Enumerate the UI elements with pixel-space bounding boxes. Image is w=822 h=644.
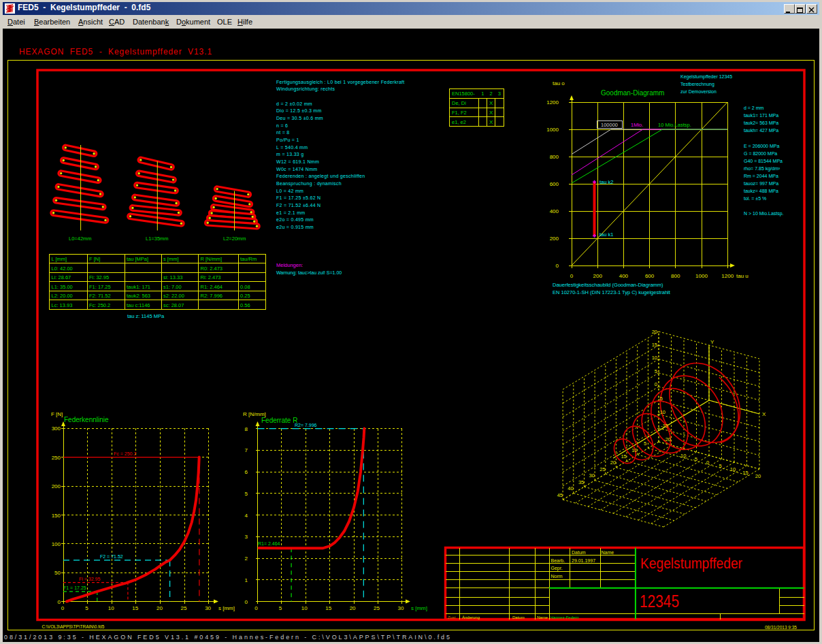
svg-text:Rm = 2044 MPa: Rm = 2044 MPa (744, 174, 778, 178)
svg-text:20: 20 (157, 605, 163, 611)
svg-text:25: 25 (374, 605, 380, 611)
svg-text:250: 250 (52, 455, 61, 461)
svg-text:1: 1 (245, 577, 248, 583)
svg-text:15: 15 (325, 605, 331, 611)
svg-text:30: 30 (589, 472, 595, 479)
svg-text:X: X (489, 110, 493, 116)
svg-text:10: 10 (108, 605, 114, 611)
svg-text:Beanspruchung : dynamisch: Beanspruchung : dynamisch (276, 181, 342, 187)
svg-text:Name: Name (537, 615, 548, 619)
svg-text:Datum: Datum (512, 615, 525, 619)
svg-text:Norm: Norm (551, 574, 563, 579)
svg-text:m = 13.33 g: m = 13.33 g (276, 152, 303, 157)
svg-text:Y: Y (710, 339, 714, 345)
svg-text:Bearb.: Bearb. (551, 558, 565, 563)
svg-text:-15: -15 (661, 423, 668, 429)
svg-text:F1: 17.25: F1: 17.25 (89, 284, 111, 290)
svg-text:s [mm]: s [mm] (411, 605, 427, 611)
svg-text:5: 5 (245, 491, 248, 497)
svg-text:e2o = 0.495 mm: e2o = 0.495 mm (276, 217, 314, 222)
svg-text:Meldungen:: Meldungen: (276, 262, 303, 268)
svg-text:n = 6: n = 6 (276, 123, 288, 128)
svg-text:EN 10270-1-SH (DIN 17223-1 Typ: EN 10270-1-SH (DIN 17223-1 Typ C) kugelg… (553, 289, 671, 295)
svg-text:10: 10 (301, 605, 308, 611)
svg-text:tauk1: 171: tauk1: 171 (127, 284, 150, 290)
svg-text:Federenden : angelegt und gesc: Federenden : angelegt und geschliffen (276, 174, 365, 179)
svg-text:200: 200 (593, 273, 603, 279)
svg-text:tau k2: tau k2 (599, 179, 613, 185)
svg-text:R0: 2.473: R0: 2.473 (201, 265, 223, 272)
svg-text:L2: 20.00: L2: 20.00 (52, 293, 73, 299)
svg-text:N > 10 Mio.Lastsp.: N > 10 Mio.Lastsp. (744, 211, 784, 216)
svg-text:si: 13.33: si: 13.33 (163, 274, 182, 280)
svg-text:1Mio.: 1Mio. (631, 122, 643, 128)
svg-text:Name: Name (602, 550, 614, 555)
svg-text:100: 100 (52, 541, 61, 547)
svg-text:Fc: 250.2: Fc: 250.2 (89, 302, 110, 308)
svg-text:0: 0 (245, 599, 248, 605)
svg-text:C:\VOL3\APPS\TP\TRAIN\0.fd5: C:\VOL3\APPS\TP\TRAIN\0.fd5 (42, 624, 105, 629)
svg-text:Dauerfestigkeitsschaubild (Goo: Dauerfestigkeitsschaubild (Goodman-Diagr… (553, 282, 663, 288)
svg-text:s1: 7.00: s1: 7.00 (163, 284, 182, 290)
svg-text:F1 = 17.25: F1 = 17.25 (63, 585, 86, 590)
svg-text:Windungsrichtung: rechts: Windungsrichtung: rechts (276, 86, 335, 92)
svg-text:tauoz= 997 MPa: tauoz= 997 MPa (744, 181, 778, 186)
svg-text:3: 3 (498, 91, 501, 97)
svg-text:L0: 42.00: L0: 42.00 (52, 265, 73, 272)
svg-text:4: 4 (245, 513, 248, 519)
svg-text:40: 40 (568, 485, 573, 492)
svg-text:taukz= 488 MPa: taukz= 488 MPa (744, 189, 778, 193)
svg-text:e2u = 0.915 mm: e2u = 0.915 mm (276, 225, 314, 229)
svg-text:25: 25 (599, 466, 605, 472)
svg-text:0.56: 0.56 (240, 302, 250, 308)
svg-text:1200: 1200 (546, 99, 559, 106)
svg-text:tau u: tau u (736, 273, 749, 279)
svg-text:2: 2 (245, 556, 248, 562)
svg-text:15: 15 (652, 342, 657, 348)
svg-text:Po/Pu = 1: Po/Pu = 1 (276, 138, 299, 142)
svg-text:tau c:1146: tau c:1146 (127, 302, 150, 308)
svg-text:Deu = 30.5 ±0.6 mm: Deu = 30.5 ±0.6 mm (276, 116, 323, 120)
svg-text:3: 3 (245, 534, 248, 540)
svg-text:0: 0 (706, 460, 709, 466)
svg-text:Ri: 2.473: Ri: 2.473 (201, 274, 221, 280)
svg-text:15: 15 (742, 470, 748, 476)
svg-text:Kegelstumpffeder 12345: Kegelstumpffeder 12345 (680, 74, 732, 80)
svg-text:-10: -10 (679, 453, 687, 459)
svg-text:sc: 28.07: sc: 28.07 (163, 302, 184, 308)
svg-text:12345: 12345 (640, 591, 679, 611)
svg-text:Kegelstumpffeder: Kegelstumpffeder (640, 555, 742, 572)
svg-text:R2: 7.996: R2: 7.996 (201, 293, 223, 299)
svg-text:5: 5 (655, 368, 657, 374)
svg-text:rho= 7.85 kg/dm³: rho= 7.85 kg/dm³ (744, 166, 780, 172)
svg-text:2: 2 (490, 91, 493, 97)
svg-text:30: 30 (397, 605, 404, 611)
svg-text:F1 = 17.25 ±5.62 N: F1 = 17.25 ±5.62 N (276, 195, 320, 200)
svg-text:tauk2: 563: tauk2: 563 (127, 293, 150, 299)
svg-text:Fi: 32.95: Fi: 32.95 (89, 274, 109, 280)
svg-text:tau k1: tau k1 (599, 231, 613, 238)
svg-text:d = 2 mm: d = 2 mm (744, 106, 764, 110)
svg-text:F [N]: F [N] (89, 256, 100, 262)
svg-text:taukh= 427 MPa: taukh= 427 MPa (744, 128, 778, 133)
svg-text:zur Demoversion: zur Demoversion (680, 89, 717, 94)
svg-text:Federkennlinie: Federkennlinie (64, 416, 109, 423)
svg-text:G = 82000 MPa: G = 82000 MPa (744, 151, 777, 156)
svg-text:Fi = 32.95: Fi = 32.95 (79, 577, 100, 581)
svg-text:Fc = 250.2: Fc = 250.2 (114, 451, 136, 456)
svg-text:600: 600 (550, 181, 559, 187)
svg-text:G40 = 81544 MPa: G40 = 81544 MPa (744, 159, 783, 163)
svg-text:Datum: Datum (572, 550, 586, 555)
svg-text:200: 200 (52, 483, 61, 489)
svg-text:tau/Rm: tau/Rm (240, 256, 257, 262)
svg-text:tau o: tau o (553, 80, 565, 86)
svg-text:Fertigungsausgleich : L0 bei 1: Fertigungsausgleich : L0 bei 1 vorgegebe… (276, 80, 405, 85)
svg-text:0: 0 (58, 599, 61, 605)
svg-text:0: 0 (655, 381, 657, 387)
svg-text:F2: 71.52: F2: 71.52 (89, 293, 111, 299)
svg-text:W12 = 619.1 Nmm: W12 = 619.1 Nmm (276, 159, 319, 164)
svg-text:5: 5 (279, 605, 282, 611)
svg-text:-20: -20 (663, 436, 671, 442)
svg-text:08/31/2013 9:35: 08/31/2013 9:35 (765, 625, 797, 630)
svg-text:29.01.1997: 29.01.1997 (572, 558, 595, 563)
